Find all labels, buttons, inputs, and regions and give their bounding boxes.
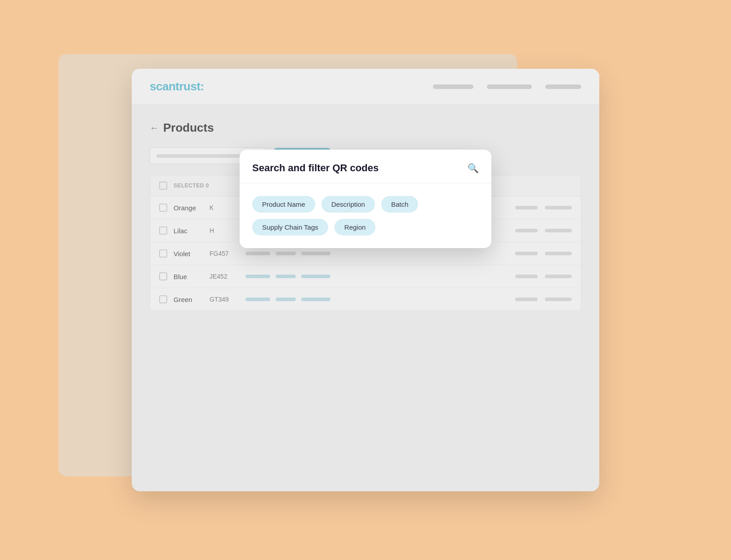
search-filter-modal: Search and filter QR codes 🔍 Product Nam… — [240, 150, 491, 248]
app-window: scantrust: ← Products 🔍 DOWNLOAD — [132, 69, 599, 491]
modal-search-icon[interactable]: 🔍 — [468, 163, 479, 173]
modal-body: Product Name Description Batch Supply Ch… — [240, 183, 491, 248]
modal-title: Search and filter QR codes — [252, 162, 379, 174]
filter-chip-product-name[interactable]: Product Name — [252, 196, 315, 213]
filter-chip-supply-chain-tags[interactable]: Supply Chain Tags — [252, 219, 328, 236]
modal-header: Search and filter QR codes 🔍 — [240, 150, 491, 183]
modal-overlay[interactable]: Search and filter QR codes 🔍 Product Nam… — [132, 69, 599, 491]
filter-chip-description[interactable]: Description — [321, 196, 375, 213]
filter-chip-batch[interactable]: Batch — [381, 196, 418, 213]
filter-chips-container: Product Name Description Batch Supply Ch… — [252, 196, 479, 236]
filter-chip-region[interactable]: Region — [334, 219, 376, 236]
